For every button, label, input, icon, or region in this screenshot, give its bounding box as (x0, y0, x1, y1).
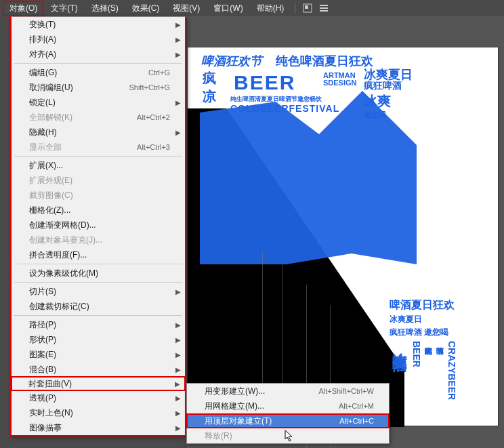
menu-item[interactable]: 透视(P)▶ (12, 390, 185, 405)
menu-item[interactable]: 形状(P)▶ (12, 332, 185, 347)
submenu-item: 释放(R) (187, 428, 389, 443)
menu-item[interactable]: 变换(T)▶ (12, 17, 185, 32)
artwork-left-chars: 疯凉 (203, 69, 216, 106)
menu-item-label: 设为像素级优化(M) (29, 268, 170, 279)
menu-item[interactable]: 封套扭曲(V)▶ (11, 376, 186, 391)
chevron-right-icon: ▶ (175, 129, 181, 136)
menu-separator (14, 282, 182, 283)
chevron-right-icon: ▶ (175, 336, 181, 344)
menu-type[interactable]: 文字(T) (44, 1, 84, 16)
menu-item[interactable]: 创建渐变网格(D)... (12, 218, 185, 232)
chevron-right-icon: ▶ (175, 394, 181, 402)
menu-item[interactable]: 编组(G)Ctrl+G (12, 65, 185, 80)
artwork-secondary-block: 啤酒夏日狂欢 冰爽夏日 疯狂啤酒 邀您喝 冰爽啤酒 BEER 纯生啤酒 啤酒节 … (390, 298, 484, 400)
menu-item-label: 变换(T) (29, 19, 170, 30)
menu-item-label: 创建裁切标记(C) (29, 301, 170, 312)
menu-item: 扩展外观(E) (12, 173, 185, 188)
menu-item-label: 图像描摹 (29, 422, 170, 434)
submenu-item[interactable]: 用顶层对象建立(T)Alt+Ctrl+C (187, 413, 389, 428)
menu-item[interactable]: 图像描摹▶ (12, 420, 185, 435)
menu-item-label: 透视(P) (29, 392, 170, 404)
menu-item-shortcut: Ctrl+G (148, 68, 170, 77)
menu-item: 裁剪图像(C) (12, 188, 185, 203)
submenu-item-shortcut: Alt+Ctrl+C (339, 417, 374, 425)
submenu-item-shortcut: Alt+Ctrl+M (339, 402, 374, 410)
menu-item-label: 隐藏(H) (29, 127, 170, 138)
menu-separator (14, 156, 182, 157)
menu-object[interactable]: 对象(O) (3, 1, 44, 16)
menu-item-label: 取消编组(U) (29, 82, 129, 94)
menu-item-label: 图案(E) (29, 349, 170, 361)
menu-select[interactable]: 选择(S) (85, 1, 125, 16)
menu-item: 创建对象马赛克(J)... (12, 232, 185, 247)
menu-item[interactable]: 图案(E)▶ (12, 347, 185, 362)
menu-item-label: 对齐(A) (29, 49, 170, 60)
menu-item[interactable]: 锁定(L)▶ (12, 95, 185, 110)
artwork-right-2: 疯狂啤酒 (364, 80, 402, 92)
submenu-item-shortcut: Alt+Shift+Ctrl+W (318, 387, 374, 395)
chevron-right-icon: ▶ (175, 409, 181, 417)
menu-item-label: 锁定(L) (29, 97, 170, 108)
chevron-right-icon: ▶ (175, 380, 180, 388)
submenu-item[interactable]: 用网格建立(M)...Alt+Ctrl+M (187, 399, 389, 413)
submenu-item-label: 用顶层对象建立(T) (205, 415, 339, 427)
menu-window[interactable]: 窗口(W) (207, 1, 249, 16)
menu-item[interactable]: 扩展(X)... (12, 158, 185, 173)
menu-item-label: 全部解锁(K) (29, 112, 137, 123)
menu-effect[interactable]: 效果(C) (125, 1, 167, 16)
menu-separator (14, 315, 182, 316)
chevron-right-icon: ▶ (175, 51, 181, 58)
menubar-separator (295, 3, 295, 13)
menu-item[interactable]: 实时上色(N)▶ (12, 405, 185, 420)
menu-item[interactable]: 取消编组(U)Shift+Ctrl+G (12, 80, 185, 95)
menu-item[interactable]: 混合(B)▶ (12, 362, 185, 377)
menu-item-label: 实时上色(N) (29, 407, 170, 419)
chevron-right-icon: ▶ (175, 288, 181, 296)
menu-item-label: 扩展(X)... (29, 160, 170, 171)
menu-item[interactable]: 对齐(A)▶ (12, 47, 185, 62)
menu-item-label: 裁剪图像(C) (29, 190, 170, 201)
menubar: 对象(O) 文字(T) 选择(S) 效果(C) 视图(V) 窗口(W) 帮助(H… (0, 0, 504, 16)
menu-separator (14, 264, 182, 264)
document-setup-icon[interactable] (302, 3, 313, 14)
chevron-right-icon: ▶ (175, 36, 181, 43)
menu-item[interactable]: 创建裁切标记(C) (12, 299, 185, 314)
menu-item-label: 栅格化(Z)... (29, 205, 170, 216)
menu-item[interactable]: 隐藏(H)▶ (12, 125, 185, 140)
menu-item-label: 创建对象马赛克(J)... (29, 235, 170, 246)
menu-item: 全部解锁(K)Alt+Ctrl+2 (12, 110, 185, 125)
svg-rect-4 (320, 10, 328, 12)
artwork-beer-large: BEER (234, 71, 295, 94)
menu-item-label: 显示全部 (29, 142, 137, 153)
menu-item-label: 切片(S) (29, 286, 170, 298)
menu-view[interactable]: 视图(V) (166, 1, 207, 16)
envelope-distort-submenu: 用变形建立(W)...Alt+Shift+Ctrl+W用网格建立(M)...Al… (186, 383, 390, 444)
menu-item-label: 创建渐变网格(D)... (29, 220, 170, 231)
chevron-right-icon: ▶ (175, 21, 181, 28)
chevron-right-icon: ▶ (175, 424, 181, 432)
svg-rect-3 (320, 7, 328, 9)
svg-rect-1 (305, 5, 308, 9)
artboard[interactable]: 啤酒狂欢节 纯色啤酒夏日狂欢 疯凉 BEER ARTMANSDESIGN 冰爽夏… (187, 47, 499, 426)
menu-item[interactable]: 拼合透明度(F)... (12, 247, 185, 262)
artwork-artman-block: ARTMANSDESIGN (323, 72, 357, 87)
menu-item[interactable]: 栅格化(Z)... (12, 203, 185, 218)
menu-item-label: 扩展外观(E) (29, 175, 170, 186)
menu-item[interactable]: 路径(P)▶ (12, 317, 185, 332)
preferences-icon[interactable] (318, 3, 329, 14)
submenu-item-label: 用变形建立(W)... (205, 386, 318, 397)
submenu-item-label: 释放(R) (205, 430, 374, 442)
menu-item-label: 封套扭曲(V) (28, 378, 171, 390)
menu-item[interactable]: 设为像素级优化(M) (12, 266, 185, 281)
menu-help[interactable]: 帮助(H) (250, 1, 291, 16)
menu-item-shortcut: Shift+Ctrl+G (129, 83, 170, 91)
artwork-title-italic: 啤酒狂欢节 (201, 53, 262, 69)
submenu-item[interactable]: 用变形建立(W)...Alt+Shift+Ctrl+W (187, 384, 389, 399)
artwork-title-main: 纯色啤酒夏日狂欢 (276, 53, 373, 69)
svg-rect-2 (320, 5, 328, 6)
menu-item[interactable]: 排列(A)▶ (12, 32, 185, 47)
chevron-right-icon: ▶ (175, 351, 181, 359)
menu-item[interactable]: 切片(S)▶ (12, 284, 185, 299)
chevron-right-icon: ▶ (175, 366, 181, 373)
menu-item-label: 编组(G) (29, 67, 148, 79)
